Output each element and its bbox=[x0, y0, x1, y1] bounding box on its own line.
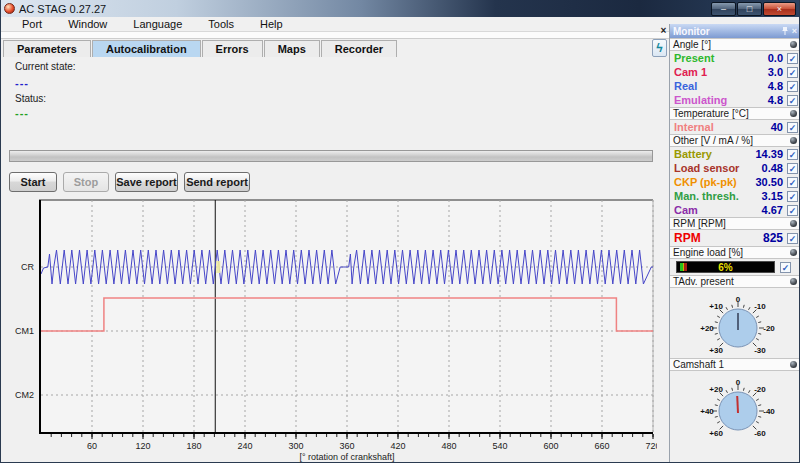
monitor-row-cam-1: Cam 13.0✓ bbox=[670, 65, 800, 79]
monitor-header: Monitor × bbox=[670, 24, 800, 38]
svg-text:CM1: CM1 bbox=[15, 326, 34, 336]
close-button[interactable]: × bbox=[763, 2, 796, 16]
tab-errors[interactable]: Errors bbox=[202, 40, 263, 57]
section-header-tadv: TAdv. present bbox=[670, 275, 800, 288]
monitor-row-rpm: RPM825✓ bbox=[670, 230, 800, 246]
start-button[interactable]: Start bbox=[9, 172, 57, 192]
svg-text:60: 60 bbox=[87, 441, 97, 451]
svg-text:[° rotation of crankshaft]: [° rotation of crankshaft] bbox=[299, 452, 394, 462]
other-rows: Battery14.39✓Load sensor0.48✓CKP (pk-pk)… bbox=[670, 147, 800, 217]
tab-maps[interactable]: Maps bbox=[264, 40, 320, 57]
svg-text:0: 0 bbox=[736, 378, 741, 387]
app-window: AC STAG 0.27.27 – □ × Port Window Langua… bbox=[0, 0, 800, 463]
row-checkbox[interactable]: ✓ bbox=[787, 81, 798, 92]
row-checkbox[interactable]: ✓ bbox=[787, 191, 798, 202]
menu-port[interactable]: Port bbox=[9, 18, 55, 30]
row-checkbox[interactable]: ✓ bbox=[780, 262, 791, 273]
svg-text:240: 240 bbox=[237, 441, 252, 451]
section-header-temperature: Temperature [°C] bbox=[670, 107, 800, 120]
engine-load-value: 6% bbox=[677, 262, 774, 272]
stop-button[interactable]: Stop bbox=[63, 172, 109, 192]
connection-bolt-button[interactable]: ϟ bbox=[652, 39, 667, 57]
tab-parameters[interactable]: Parameters bbox=[3, 40, 91, 57]
graph-toggle-icon[interactable] bbox=[790, 110, 797, 117]
row-label: RPM bbox=[674, 231, 763, 245]
row-value: 3.0 bbox=[768, 66, 783, 78]
row-value: 4.8 bbox=[768, 80, 783, 92]
row-label: Internal bbox=[674, 121, 771, 133]
graph-toggle-icon[interactable] bbox=[790, 278, 797, 285]
engine-load-row: 6% ✓ bbox=[670, 259, 800, 275]
monitor-row-man-thresh-: Man. thresh.3.15✓ bbox=[670, 189, 800, 203]
svg-text:420: 420 bbox=[390, 441, 405, 451]
row-checkbox[interactable]: ✓ bbox=[787, 177, 798, 188]
row-checkbox[interactable]: ✓ bbox=[787, 67, 798, 78]
monitor-row-real: Real4.8✓ bbox=[670, 79, 800, 93]
svg-text:540: 540 bbox=[492, 441, 507, 451]
graph-toggle-icon[interactable] bbox=[790, 361, 797, 368]
svg-text:-60: -60 bbox=[754, 429, 766, 438]
svg-text:-10: -10 bbox=[754, 302, 766, 311]
monitor-close-icon[interactable]: × bbox=[792, 27, 797, 36]
svg-text:120: 120 bbox=[135, 441, 150, 451]
status-label: Status: bbox=[15, 93, 46, 104]
row-checkbox[interactable]: ✓ bbox=[787, 163, 798, 174]
svg-text:300: 300 bbox=[288, 441, 303, 451]
row-value: 0.0 bbox=[768, 52, 783, 64]
maximize-button[interactable]: □ bbox=[737, 2, 762, 16]
minimize-button[interactable]: – bbox=[711, 2, 736, 16]
row-label: CKP (pk-pk) bbox=[674, 176, 755, 188]
row-checkbox[interactable]: ✓ bbox=[787, 149, 798, 160]
tab-autocalibration[interactable]: Autocalibration bbox=[92, 40, 201, 57]
row-label: Cam 1 bbox=[674, 66, 768, 78]
monitor-row-cam: Cam4.67✓ bbox=[670, 203, 800, 217]
signal-chart[interactable]: 60120180240300360420480540600660720[° ro… bbox=[5, 198, 657, 462]
section-header-camshaft1: Camshaft 1 bbox=[670, 358, 800, 371]
row-checkbox[interactable]: ✓ bbox=[787, 122, 798, 133]
panel-close-icon[interactable]: × bbox=[658, 25, 669, 36]
row-value: 14.39 bbox=[755, 148, 783, 160]
current-state-value: --- bbox=[15, 77, 29, 89]
row-value: 4.67 bbox=[762, 204, 783, 216]
row-value: 825 bbox=[763, 231, 783, 245]
monitor-panel: Monitor × Angle [°] Present0.0✓Cam 13.0✓… bbox=[669, 24, 800, 462]
section-header-rpm: RPM [RPM] bbox=[670, 217, 800, 230]
save-report-button[interactable]: Save report bbox=[115, 172, 178, 192]
tab-recorder[interactable]: Recorder bbox=[321, 40, 397, 57]
svg-text:-30: -30 bbox=[754, 346, 766, 355]
svg-text:-40: -40 bbox=[763, 407, 775, 416]
status-value: --- bbox=[15, 107, 29, 119]
angle-rows: Present0.0✓Cam 13.0✓Real4.8✓Emulating4.8… bbox=[670, 51, 800, 107]
monitor-row-emulating: Emulating4.8✓ bbox=[670, 93, 800, 107]
svg-text:+60: +60 bbox=[709, 429, 723, 438]
autocalibration-progress-bar bbox=[9, 150, 653, 162]
send-report-button[interactable]: Send report bbox=[184, 172, 250, 192]
row-label: Battery bbox=[674, 148, 755, 160]
svg-text:720: 720 bbox=[645, 441, 657, 451]
monitor-row-ckp-pk-pk-: CKP (pk-pk)30.50✓ bbox=[670, 175, 800, 189]
row-checkbox[interactable]: ✓ bbox=[787, 95, 798, 106]
row-checkbox[interactable]: ✓ bbox=[787, 205, 798, 216]
menu-window[interactable]: Window bbox=[55, 18, 120, 30]
window-title: AC STAG 0.27.27 bbox=[19, 3, 106, 15]
row-value: 3.15 bbox=[762, 190, 783, 202]
menu-tools[interactable]: Tools bbox=[195, 18, 247, 30]
row-checkbox[interactable]: ✓ bbox=[787, 53, 798, 64]
graph-toggle-icon[interactable] bbox=[790, 249, 797, 256]
pin-icon[interactable] bbox=[781, 26, 789, 37]
engine-load-bar: 6% bbox=[676, 261, 775, 273]
svg-text:660: 660 bbox=[594, 441, 609, 451]
menu-help[interactable]: Help bbox=[247, 18, 296, 30]
svg-text:CM2: CM2 bbox=[15, 390, 34, 400]
svg-text:360: 360 bbox=[339, 441, 354, 451]
row-checkbox[interactable]: ✓ bbox=[787, 233, 798, 244]
camshaft1-gauge: 0+20-20+40-40+60-60 bbox=[670, 371, 800, 441]
graph-toggle-icon[interactable] bbox=[790, 41, 797, 48]
row-label: Cam bbox=[674, 204, 762, 216]
title-bar: AC STAG 0.27.27 – □ × bbox=[1, 0, 799, 17]
graph-toggle-icon[interactable] bbox=[790, 137, 797, 144]
menu-language[interactable]: Language bbox=[120, 18, 195, 30]
rpm-rows: RPM825✓ bbox=[670, 230, 800, 246]
monitor-row-internal: Internal40✓ bbox=[670, 120, 800, 134]
graph-toggle-icon[interactable] bbox=[790, 220, 797, 227]
